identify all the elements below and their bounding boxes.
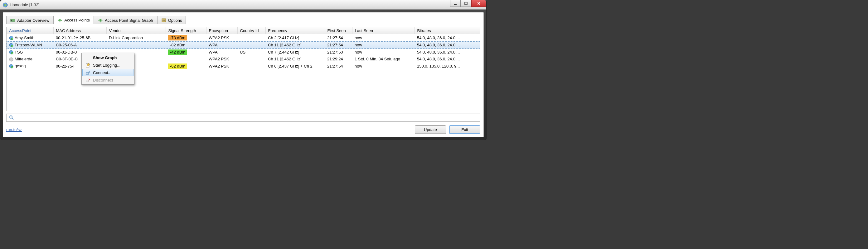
- exit-button[interactable]: Exit: [449, 126, 480, 134]
- wifi-icon: [98, 18, 103, 23]
- cell-country: [237, 56, 266, 63]
- cell-encryption: WPA: [206, 41, 237, 48]
- svg-rect-23: [86, 73, 89, 74]
- titlebar[interactable]: Homedale [1.32]: [0, 0, 486, 10]
- cell-country: [237, 41, 266, 48]
- cell-bitrates: 54.0, 48.0, 36.0, 24.0,...: [414, 34, 480, 41]
- cell-vendor: [106, 41, 166, 48]
- cell-mac: 00-21-91-2A-25-6B: [53, 34, 106, 41]
- cell-lastseen: now: [352, 63, 414, 70]
- column-header-vendor[interactable]: Vendor: [106, 27, 166, 34]
- minimize-button[interactable]: [450, 0, 461, 7]
- cell-mac: C0-25-06-A: [53, 41, 106, 48]
- cell-frequency: Ch 6 [2.437 GHz] + Ch 2: [266, 63, 325, 70]
- tab-signal-graph[interactable]: Access Point Signal Graph: [94, 16, 157, 24]
- window-title: Homedale [1.32]: [10, 2, 450, 7]
- table-row[interactable]: Amy-Smith00-21-91-2A-25-6BD-Link Corpora…: [6, 34, 480, 41]
- svg-point-8: [100, 22, 101, 23]
- cell-frequency: Ch 7 [2.442 GHz]: [266, 48, 325, 56]
- connect-icon: [86, 70, 90, 75]
- update-button[interactable]: Update: [415, 126, 446, 134]
- cell-firstseen: 21:27:54: [325, 63, 352, 70]
- tab-label: Access Point Signal Graph: [105, 18, 153, 23]
- cell-country: [237, 63, 266, 70]
- ap-name: FSG: [15, 50, 23, 55]
- table-row[interactable]: Fritzbox-WLANC0-25-06-A-82 dBmWPACh 11 […: [6, 41, 480, 48]
- options-icon: [161, 18, 166, 23]
- cell-frequency: Ch 11 [2.462 GHz]: [266, 41, 325, 48]
- ap-name: Fritzbox-WLAN: [15, 43, 42, 47]
- bottom-bar: run.to/sz Update Exit: [6, 126, 480, 134]
- cell-encryption: WPA2 PSK: [206, 56, 237, 63]
- tab-options[interactable]: Options: [157, 16, 186, 24]
- context-item-label: Start Logging...: [93, 63, 120, 68]
- context-menu: Show Graph Start Logging... Connect... D…: [82, 53, 134, 85]
- wifi-icon: [57, 18, 62, 23]
- table-row[interactable]: qexeq00-22-75-Fational, Inc.-62 dBmWPA2 …: [6, 63, 480, 70]
- close-button[interactable]: [471, 0, 486, 7]
- cell-accesspoint: qexeq: [6, 63, 53, 70]
- ap-name: Mittelerde: [15, 57, 32, 61]
- logging-icon: [86, 63, 90, 68]
- column-header-lastseen[interactable]: Last Seen: [352, 27, 414, 34]
- content-area: Adapter Overview Access Points Access Po…: [3, 12, 484, 137]
- svg-point-21: [11, 66, 13, 68]
- column-header-signal[interactable]: Signal Strength: [166, 27, 206, 34]
- cell-encryption: WPA: [206, 48, 237, 56]
- cell-firstseen: 21:27:50: [325, 48, 352, 56]
- search-box[interactable]: [6, 114, 480, 122]
- svg-point-27: [10, 116, 12, 118]
- cell-firstseen: 21:27:54: [325, 41, 352, 48]
- disconnect-icon: [86, 77, 90, 82]
- cell-vendor: D-Link Corporation: [106, 34, 166, 41]
- column-header-firstseen[interactable]: First Seen: [325, 27, 352, 34]
- cell-firstseen: 21:29:24: [325, 56, 352, 63]
- cell-signal: -42 dBm: [166, 48, 206, 56]
- cell-signal: -82 dBm: [166, 41, 206, 48]
- context-disconnect: Disconnect: [82, 76, 133, 84]
- tab-adapter-overview[interactable]: Adapter Overview: [6, 16, 53, 24]
- column-header-mac[interactable]: MAC Address: [53, 27, 106, 34]
- tab-bar: Adapter Overview Access Points Access Po…: [6, 15, 480, 24]
- context-item-label: Show Graph: [93, 56, 117, 60]
- tab-label: Options: [168, 18, 182, 23]
- svg-point-7: [60, 21, 61, 22]
- access-point-table: AccessPoint MAC Address Vendor Signal St…: [6, 27, 480, 111]
- cell-signal: [166, 56, 206, 63]
- column-header-encryption[interactable]: Encryption: [206, 27, 237, 34]
- cell-firstseen: 21:27:54: [325, 34, 352, 41]
- cell-lastseen: now: [352, 48, 414, 56]
- cell-bitrates: 54.0, 48.0, 36.0, 24.0,...: [414, 48, 480, 56]
- cell-bitrates: 54.0, 48.0, 36.0, 24.0,...: [414, 56, 480, 63]
- website-link[interactable]: run.to/sz: [6, 127, 22, 132]
- cell-country: [237, 34, 266, 41]
- column-header-frequency[interactable]: Frequency: [266, 27, 325, 34]
- cell-encryption: WPA2 PSK: [206, 34, 237, 41]
- tab-access-points[interactable]: Access Points: [53, 16, 94, 24]
- column-header-accesspoint[interactable]: AccessPoint: [6, 27, 53, 34]
- context-start-logging[interactable]: Start Logging...: [82, 61, 133, 69]
- cell-accesspoint: Mittelerde: [6, 56, 53, 63]
- ap-name: Amy-Smith: [15, 35, 35, 40]
- table-row[interactable]: MittelerdeC0-3F-0E-CWPA2 PSKCh 11 [2.462…: [6, 56, 480, 63]
- svg-line-28: [12, 118, 13, 119]
- svg-rect-6: [11, 20, 12, 21]
- cell-accesspoint: FSG: [6, 48, 53, 56]
- cell-lastseen: now: [352, 41, 414, 48]
- cell-signal: -78 dBm: [166, 34, 206, 41]
- ap-name: qexeq: [15, 64, 26, 68]
- cell-signal: -62 dBm: [166, 63, 206, 70]
- context-connect[interactable]: Connect...: [82, 69, 133, 76]
- table-header-row: AccessPoint MAC Address Vendor Signal St…: [6, 27, 480, 34]
- context-show-graph[interactable]: Show Graph: [82, 54, 133, 61]
- adapter-icon: [10, 18, 15, 23]
- app-icon: [3, 2, 8, 7]
- column-header-bitrates[interactable]: Bitrates: [414, 27, 480, 34]
- column-header-country[interactable]: Country Id: [237, 27, 266, 34]
- window-controls: [450, 0, 486, 9]
- cell-encryption: WPA2 PSK: [206, 63, 237, 70]
- tab-label: Access Points: [64, 18, 90, 23]
- maximize-button[interactable]: [461, 0, 471, 7]
- cell-bitrates: 54.0, 48.0, 36.0, 24.0,...: [414, 41, 480, 48]
- table-row[interactable]: FSG00-01-DB-0-42 dBmWPAUSCh 7 [2.442 GHz…: [6, 48, 480, 56]
